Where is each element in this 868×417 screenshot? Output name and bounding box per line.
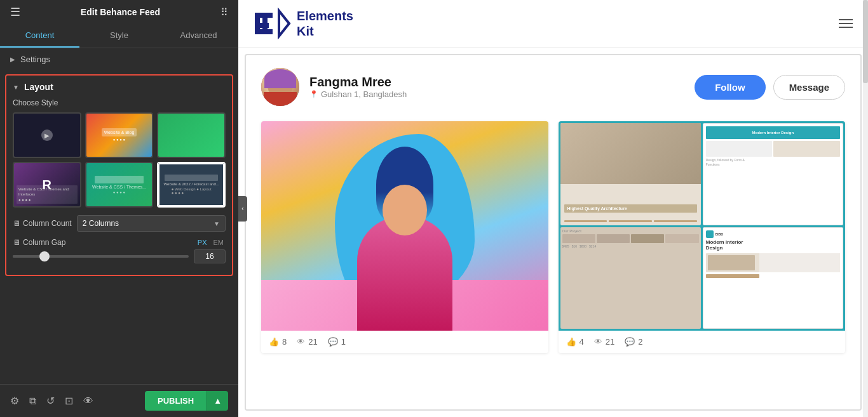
feed-item-2: Highest Quality Architecture Modern Inte… [559, 121, 846, 353]
preview-header: Elements Kit [238, 0, 868, 48]
column-count-row: 🖥 Column Count 2 Columns ▼ [13, 215, 226, 232]
column-count-select[interactable]: 2 Columns ▼ [77, 215, 226, 232]
svg-rect-2 [255, 13, 273, 18]
comment-icon: 💬 [328, 337, 338, 347]
layout-title: Layout [24, 82, 53, 92]
svg-marker-5 [279, 11, 289, 36]
settings-section[interactable]: ▶ Settings [0, 48, 238, 70]
svg-rect-4 [255, 29, 273, 34]
left-panel: ☰ Edit Behance Feed ⠿ Content Style Adva… [0, 0, 238, 417]
logo-text: Elements Kit [297, 8, 353, 39]
illustration-1 [261, 121, 548, 331]
panel-content: ▶ Settings ▼ Layout Choose Style ▶ [0, 48, 238, 417]
stat-comments-2: 💬 2 [625, 337, 642, 347]
slider-thumb[interactable] [39, 251, 50, 261]
panel-tabs: Content Style Advanced [0, 24, 238, 48]
column-count-label: 🖥 Column Count [13, 219, 72, 228]
slider-value[interactable]: 16 [194, 249, 226, 263]
right-panel: Elements Kit Fan [238, 0, 868, 417]
settings-label: Settings [20, 55, 50, 64]
scrollbar-thumb[interactable] [863, 0, 868, 83]
feed-grid: 👍 8 👁 21 💬 1 [261, 121, 845, 353]
stat-likes-2: 👍 4 [566, 337, 584, 347]
select-dropdown-icon: ▼ [214, 220, 220, 227]
scrollbar[interactable] [863, 0, 868, 417]
unit-switcher: PX EM [196, 238, 226, 247]
style-item-6[interactable]: Website & 2022 / Forecast and... ● Web D… [157, 162, 226, 208]
style-item-5[interactable]: Website & CSS / Themes... ● ● ● ● [85, 162, 154, 208]
slider-container[interactable] [13, 250, 189, 263]
style-item-1[interactable]: ▶ [13, 112, 81, 158]
behance-feed: Fangma Mree 📍 Gulshan 1, Bangladesh Foll… [245, 54, 862, 411]
comment-icon-2: 💬 [625, 337, 635, 347]
feed-stats-2: 👍 4 👁 21 💬 2 [559, 331, 846, 353]
logo-icon [254, 8, 292, 39]
collapse-handle[interactable]: ‹ [238, 196, 247, 222]
svg-rect-3 [255, 23, 269, 28]
layout-collapse-icon: ▼ [13, 84, 19, 91]
eye-icon[interactable]: 👁 [83, 395, 93, 407]
feed-image-1 [261, 121, 548, 331]
style-grid: ▶ Website & Blog ● ● ● ● [13, 112, 226, 208]
thumbs-up-icon-2: 👍 [566, 337, 576, 347]
publish-group: PUBLISH ▲ [145, 391, 228, 411]
slider-row: 16 [13, 249, 226, 263]
monitor-icon: 🖥 [13, 219, 20, 228]
avatar [261, 68, 299, 106]
grid-icon[interactable]: ⠿ [220, 6, 228, 18]
choose-style-label: Choose Style [13, 98, 226, 107]
feed-item-1: 👍 8 👁 21 💬 1 [261, 121, 548, 353]
follow-button[interactable]: Follow [695, 75, 766, 100]
column-gap-label: 🖥 Column Gap [13, 238, 70, 247]
hamburger-nav-icon[interactable] [839, 19, 853, 28]
style-item-2[interactable]: Website & Blog ● ● ● ● [85, 112, 154, 158]
profile-actions: Follow Message [695, 75, 845, 100]
avatar-image [261, 68, 299, 106]
responsive-icon[interactable]: ⊡ [65, 395, 73, 407]
settings-gear-icon[interactable]: ⚙ [10, 395, 19, 407]
panel-header: ☰ Edit Behance Feed ⠿ [0, 0, 238, 24]
unit-px-btn[interactable]: PX [196, 238, 209, 247]
tab-style[interactable]: Style [79, 24, 159, 48]
layers-icon[interactable]: ⧉ [29, 395, 36, 407]
slider-track [13, 255, 189, 258]
tab-content[interactable]: Content [0, 24, 79, 48]
tab-advanced[interactable]: Advanced [159, 24, 238, 48]
panel-footer: ⚙ ⧉ ↺ ⊡ 👁 PUBLISH ▲ [0, 384, 238, 417]
feed-stats-1: 👍 8 👁 21 💬 1 [261, 331, 548, 353]
thumbs-up-icon: 👍 [269, 337, 279, 347]
monitor-icon-2: 🖥 [13, 238, 20, 247]
layout-header[interactable]: ▼ Layout [13, 82, 226, 92]
location-icon: 📍 [309, 90, 318, 98]
stat-likes-1: 👍 8 [269, 337, 287, 347]
unit-em-btn[interactable]: EM [212, 238, 226, 247]
profile-name: Fangma Mree [309, 75, 684, 89]
hamburger-menu-icon[interactable]: ☰ [10, 5, 20, 19]
profile-location: 📍 Gulshan 1, Bangladesh [309, 89, 684, 99]
column-gap-row: 🖥 Column Gap PX EM 16 [13, 238, 226, 263]
message-button[interactable]: Message [773, 75, 845, 100]
panel-title: Edit Behance Feed [81, 7, 160, 17]
logo-area: Elements Kit [254, 8, 353, 39]
profile-info: Fangma Mree 📍 Gulshan 1, Bangladesh [309, 75, 684, 99]
style-item-4[interactable]: R Website & CSS / Themes and Interfaces●… [13, 162, 81, 208]
stat-comments-1: 💬 1 [328, 337, 346, 347]
layout-section: ▼ Layout Choose Style ▶ Website & Blog ●… [5, 74, 233, 276]
eye-stat-icon: 👁 [297, 337, 305, 347]
stat-views-2: 👁 21 [594, 337, 614, 347]
history-icon[interactable]: ↺ [46, 395, 55, 407]
publish-arrow-button[interactable]: ▲ [207, 391, 228, 411]
publish-button[interactable]: PUBLISH [145, 391, 207, 411]
feed-image-2: Highest Quality Architecture Modern Inte… [559, 121, 846, 331]
style-item-3[interactable] [157, 112, 226, 158]
eye-stat-icon-2: 👁 [594, 337, 602, 347]
footer-icons: ⚙ ⧉ ↺ ⊡ 👁 [10, 395, 93, 407]
stat-views-1: 👁 21 [297, 337, 317, 347]
profile-header: Fangma Mree 📍 Gulshan 1, Bangladesh Foll… [261, 68, 845, 106]
settings-arrow-icon: ▶ [10, 56, 15, 63]
